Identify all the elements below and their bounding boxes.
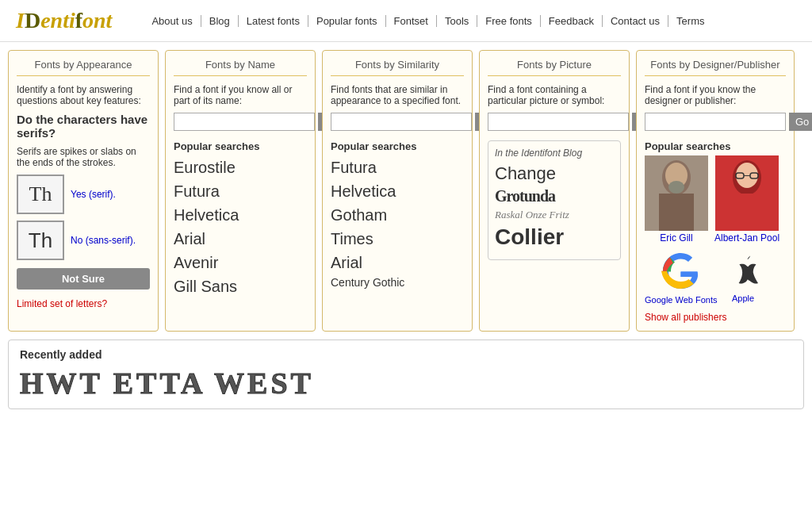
picture-desc: Find a font containing a particular pict… bbox=[488, 84, 621, 106]
publisher-logos: Google Web Fonts Apple bbox=[645, 250, 786, 305]
serif-no-label[interactable]: No (sans-serif). bbox=[71, 235, 136, 246]
name-header: Fonts by Name bbox=[174, 59, 307, 76]
similarity-header: Fonts by Similarity bbox=[331, 59, 464, 76]
designer-search-row: Go bbox=[645, 113, 786, 131]
svg-rect-2 bbox=[659, 194, 694, 231]
designer-card: Fonts by Designer/Publisher Find a font … bbox=[636, 50, 795, 332]
name-popular-label: Popular searches bbox=[174, 140, 307, 152]
list-item[interactable]: Avenir bbox=[174, 251, 307, 274]
list-item[interactable]: Futura bbox=[331, 155, 464, 179]
logo[interactable]: IDentifont bbox=[16, 8, 112, 33]
similarity-popular-list: Futura Helvetica Gotham Times Arial Cent… bbox=[331, 155, 464, 291]
picture-search-input[interactable] bbox=[488, 113, 629, 131]
picture-card: Fonts by Picture Find a font containing … bbox=[479, 50, 630, 332]
albert-photo[interactable] bbox=[715, 155, 779, 231]
list-item[interactable]: Helvetica bbox=[174, 203, 307, 227]
nav-fontset[interactable]: Fontset bbox=[386, 15, 437, 27]
blog-section: In the Identifont Blog Change Grotunda R… bbox=[488, 140, 621, 260]
serif-description: Serifs are spikes or slabs on the ends o… bbox=[17, 146, 150, 168]
nav-about[interactable]: About us bbox=[144, 15, 201, 27]
designer-eric[interactable]: Eric Gill bbox=[645, 155, 708, 244]
nav-terms[interactable]: Terms bbox=[668, 15, 712, 27]
limited-link[interactable]: Limited set of letters? bbox=[17, 298, 107, 309]
similarity-desc: Find fonts that are similar in appearanc… bbox=[331, 84, 464, 106]
nav-latest[interactable]: Latest fonts bbox=[239, 15, 308, 27]
not-sure-button[interactable]: Not Sure bbox=[17, 268, 150, 290]
serif-yes-row[interactable]: Th Yes (serif). bbox=[17, 175, 150, 214]
list-item[interactable]: Eurostile bbox=[174, 155, 307, 179]
list-item[interactable]: Helvetica bbox=[331, 179, 464, 203]
recently-label: Recently added bbox=[20, 348, 792, 361]
serif-examples: Th Yes (serif). Th No (sans-serif). bbox=[17, 175, 150, 260]
serif-yes-box[interactable]: Th bbox=[17, 175, 64, 214]
nav-free[interactable]: Free fonts bbox=[477, 15, 541, 27]
nav-contact[interactable]: Contact us bbox=[603, 15, 668, 27]
designer-albert[interactable]: Albert-Jan Pool bbox=[714, 155, 779, 244]
picture-search-row: Go bbox=[488, 113, 621, 131]
designer-photos: Eric Gill Albert-Jan Pool bbox=[645, 155, 786, 244]
name-search-row: Go bbox=[174, 113, 307, 131]
designer-popular-label: Popular searches bbox=[645, 140, 786, 152]
list-item[interactable]: Times bbox=[331, 227, 464, 251]
apple-icon bbox=[726, 252, 761, 292]
blog-entry-collier[interactable]: Collier bbox=[495, 224, 614, 250]
appearance-header: Fonts by Appearance bbox=[17, 59, 150, 76]
google-icon bbox=[659, 250, 703, 293]
appearance-question: Do the characters have serifs? bbox=[17, 113, 150, 140]
nav-tools[interactable]: Tools bbox=[437, 15, 477, 27]
list-item[interactable]: Century Gothic bbox=[331, 274, 464, 291]
list-item[interactable]: Arial bbox=[331, 251, 464, 274]
similarity-search-row: Go bbox=[331, 113, 464, 131]
blog-entry-change[interactable]: Change bbox=[495, 163, 614, 184]
recently-font-name[interactable]: HWT ETTA WEST bbox=[20, 366, 314, 401]
picture-header: Fonts by Picture bbox=[488, 59, 621, 76]
name-popular-list: Eurostile Futura Helvetica Arial Avenir … bbox=[174, 155, 307, 298]
name-desc: Find a font if you know all or part of i… bbox=[174, 84, 307, 106]
blog-title: In the Identifont Blog bbox=[495, 148, 614, 159]
main-nav: About us Blog Latest fonts Popular fonts… bbox=[144, 15, 712, 27]
similarity-card: Fonts by Similarity Find fonts that are … bbox=[322, 50, 473, 332]
albert-jan-label[interactable]: Albert-Jan Pool bbox=[714, 232, 779, 244]
list-item[interactable]: Arial bbox=[174, 227, 307, 251]
google-label[interactable]: Google Web Fonts bbox=[645, 295, 718, 305]
list-item[interactable]: Futura bbox=[174, 179, 307, 203]
designer-desc: Find a font if you know the designer or … bbox=[645, 84, 786, 106]
list-item[interactable]: Gotham bbox=[331, 203, 464, 227]
designer-header: Fonts by Designer/Publisher bbox=[645, 59, 786, 76]
apple-label[interactable]: Apple bbox=[732, 293, 754, 303]
recently-card: Recently added HWT ETTA WEST bbox=[8, 339, 804, 409]
designer-search-input[interactable] bbox=[645, 113, 786, 131]
eric-gill-label[interactable]: Eric Gill bbox=[660, 232, 692, 244]
google-item[interactable]: Google Web Fonts bbox=[645, 250, 718, 305]
bottom-row: Recently added HWT ETTA WEST bbox=[0, 339, 812, 417]
apple-item[interactable]: Apple bbox=[726, 252, 761, 303]
designer-go-button[interactable]: Go bbox=[789, 113, 812, 131]
serif-yes-label[interactable]: Yes (serif). bbox=[71, 189, 116, 200]
serif-no-row[interactable]: Th No (sans-serif). bbox=[17, 221, 150, 260]
svg-rect-7 bbox=[730, 194, 764, 231]
nav-feedback[interactable]: Feedback bbox=[541, 15, 603, 27]
svg-point-4 bbox=[668, 181, 684, 194]
nav-popular[interactable]: Popular fonts bbox=[308, 15, 386, 27]
similarity-search-input[interactable] bbox=[331, 113, 472, 131]
nav-blog[interactable]: Blog bbox=[201, 15, 239, 27]
appearance-desc: Identify a font by answering questions a… bbox=[17, 84, 150, 106]
show-all-link[interactable]: Show all publishers bbox=[645, 312, 726, 323]
blog-entry-grotunda[interactable]: Grotunda bbox=[495, 187, 614, 205]
main-section: Fonts by Appearance Identify a font by a… bbox=[0, 42, 812, 339]
name-card: Fonts by Name Find a font if you know al… bbox=[165, 50, 316, 332]
list-item[interactable]: Gill Sans bbox=[174, 274, 307, 298]
appearance-card: Fonts by Appearance Identify a font by a… bbox=[8, 50, 159, 332]
serif-no-box[interactable]: Th bbox=[17, 221, 64, 260]
blog-entry-raskal[interactable]: Raskal Onze Fritz bbox=[495, 209, 614, 221]
header: IDentifont About us Blog Latest fonts Po… bbox=[0, 0, 812, 42]
name-search-input[interactable] bbox=[174, 113, 315, 131]
eric-photo[interactable] bbox=[645, 155, 708, 231]
similarity-popular-label: Popular searches bbox=[331, 140, 464, 152]
